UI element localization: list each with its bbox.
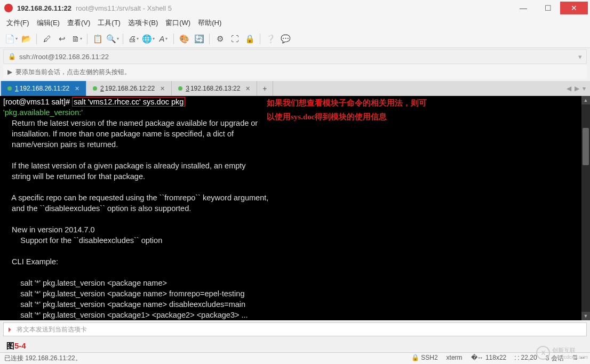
tab-1[interactable]: 1 192.168.26.11:22 ✕ bbox=[1, 81, 86, 96]
lock-icon[interactable]: 🔒 bbox=[243, 32, 257, 46]
status-size: �↔ 118x22 bbox=[471, 354, 507, 363]
hint-bar: ▶ 要添加当前会话，点击左侧的箭头按钮。 bbox=[3, 65, 587, 79]
hint-arrow-icon[interactable]: ▶ bbox=[7, 68, 12, 76]
reconnect-icon[interactable]: 🖊 bbox=[40, 32, 54, 46]
watermark-icon: X bbox=[536, 346, 550, 360]
menu-bar: 文件(F) 编辑(E) 查看(V) 工具(T) 选项卡(B) 窗口(W) 帮助(… bbox=[0, 16, 590, 30]
tab-2[interactable]: 2 192.168.26.12:22 ✕ bbox=[86, 81, 172, 96]
separator bbox=[209, 34, 210, 44]
scroll-thumb[interactable] bbox=[583, 128, 589, 165]
menu-window[interactable]: 窗口(W) bbox=[165, 18, 190, 28]
tab-add-button[interactable]: + bbox=[257, 81, 273, 96]
status-pos: ⸬ 22,20 bbox=[515, 354, 537, 363]
status-ssh: 🔒 SSH2 bbox=[411, 354, 438, 363]
annotation-line1: 如果我们想查看模块子命令的相关用法，则可 bbox=[267, 98, 427, 108]
tab-close-icon[interactable]: ✕ bbox=[75, 85, 79, 92]
transfer-icon[interactable]: 🌐▾ bbox=[141, 32, 155, 46]
disconnect-icon[interactable]: ↩ bbox=[55, 32, 69, 46]
menu-file[interactable]: 文件(F) bbox=[6, 18, 29, 28]
app-icon bbox=[4, 4, 13, 12]
watermark-text1: 创新互联 bbox=[552, 346, 588, 354]
menu-tab[interactable]: 选项卡(B) bbox=[128, 18, 158, 28]
status-dot-icon bbox=[178, 86, 182, 91]
address-bar[interactable]: 🔒 ssh://root@192.168.26.11:22 ▾ bbox=[3, 49, 587, 64]
dialog-icon[interactable]: 💬 bbox=[278, 32, 292, 46]
menu-view[interactable]: 查看(V) bbox=[67, 18, 90, 28]
menu-help[interactable]: 帮助(H) bbox=[198, 18, 221, 28]
refresh-icon[interactable]: 🔄 bbox=[192, 32, 206, 46]
paste-icon[interactable]: 🔍▾ bbox=[106, 32, 119, 46]
print-icon[interactable]: 🖨▾ bbox=[126, 32, 140, 46]
color-icon[interactable]: 🎨 bbox=[177, 32, 191, 46]
annotation-line2: 以使用sys.doc得到模块的使用信息 bbox=[267, 112, 387, 122]
watermark-text2: www.cdcxhl.com bbox=[552, 354, 588, 360]
separator bbox=[173, 34, 174, 44]
separator bbox=[36, 34, 37, 44]
tab-num: 3 bbox=[186, 85, 189, 92]
open-icon[interactable]: 📂 bbox=[19, 32, 33, 46]
title-bar: 192.168.26.11:22 root@vms11:/srv/salt - … bbox=[0, 0, 590, 16]
toolbar: 📄▾ 📂 🖊 ↩ 🗎▾ 📋 🔍▾ 🖨▾ 🌐▾ A▾ 🎨 🔄 ⚙ ⛶ 🔒 ❔ 💬 bbox=[0, 30, 590, 48]
lock-icon: 🔒 bbox=[8, 53, 16, 60]
tab-label: 192.168.26.12:22 bbox=[105, 85, 155, 92]
address-url: ssh://root@192.168.26.11:22 bbox=[19, 53, 109, 61]
font-icon[interactable]: A▾ bbox=[156, 32, 170, 46]
status-dot-icon bbox=[7, 86, 12, 91]
separator bbox=[260, 34, 260, 44]
copy-icon[interactable]: 📋 bbox=[91, 32, 105, 46]
tab-3[interactable]: 3 192.168.26.13:22 ✕ bbox=[172, 81, 257, 96]
menu-tools[interactable]: 工具(T) bbox=[98, 18, 121, 28]
fig-num: 5-4 bbox=[14, 341, 26, 350]
menu-edit[interactable]: 编辑(E) bbox=[37, 18, 60, 28]
close-button[interactable]: ✕ bbox=[560, 2, 588, 14]
fig-prefix: 图 bbox=[6, 341, 14, 350]
separator bbox=[123, 34, 123, 44]
status-connection: 已连接 192.168.26.11:22。 bbox=[4, 354, 82, 363]
fullscreen-icon[interactable]: ⛶ bbox=[228, 32, 242, 46]
tab-label: 192.168.26.13:22 bbox=[190, 85, 240, 92]
tab-num: 2 bbox=[100, 85, 104, 92]
tab-nav: ◀ ▶ ▾ bbox=[562, 81, 590, 96]
scroll-down-icon[interactable]: ▼ bbox=[581, 312, 590, 320]
send-text-input[interactable]: ⏵ 将文本发送到当前选项卡 bbox=[3, 322, 587, 336]
scroll-up-icon[interactable]: ▲ bbox=[581, 96, 590, 104]
status-term: xterm bbox=[447, 354, 463, 363]
terminal-body: Return the latest version of the named p… bbox=[3, 119, 268, 319]
hint-text: 要添加当前会话，点击左侧的箭头按钮。 bbox=[15, 68, 131, 77]
terminal-command: salt 'vms12.rhce.cc' sys.doc pkg bbox=[72, 97, 185, 107]
tab-next-icon[interactable]: ▶ bbox=[575, 85, 579, 92]
new-session-icon[interactable]: 📄▾ bbox=[4, 32, 18, 46]
help-icon[interactable]: ❔ bbox=[264, 32, 277, 46]
window-controls: — ☐ ✕ bbox=[511, 2, 588, 14]
title-sub: root@vms11:/srv/salt - Xshell 5 bbox=[76, 4, 172, 12]
terminal-header: 'pkg.available_version:' bbox=[3, 108, 83, 117]
terminal-prompt: [root@vms11 salt]# bbox=[3, 98, 72, 106]
status-bar: 已连接 192.168.26.11:22。 🔒 SSH2 xterm �↔ 11… bbox=[0, 352, 590, 364]
separator bbox=[87, 34, 87, 44]
tab-close-icon[interactable]: ✕ bbox=[160, 85, 165, 92]
tab-strip: 1 192.168.26.11:22 ✕ 2 192.168.26.12:22 … bbox=[0, 81, 590, 96]
maximize-button[interactable]: ☐ bbox=[536, 2, 560, 14]
send-placeholder: 将文本发送到当前选项卡 bbox=[17, 325, 87, 334]
send-icon: ⏵ bbox=[7, 326, 13, 333]
tab-close-icon[interactable]: ✕ bbox=[245, 85, 250, 92]
status-dot-icon bbox=[93, 86, 97, 91]
settings-icon[interactable]: ⚙ bbox=[213, 32, 227, 46]
address-dropdown-icon[interactable]: ▾ bbox=[578, 53, 582, 61]
tab-num: 1 bbox=[15, 85, 19, 92]
terminal-view[interactable]: [root@vms11 salt]# salt 'vms12.rhce.cc' … bbox=[0, 96, 590, 320]
figure-label: 图5-4 bbox=[6, 341, 26, 351]
tab-prev-icon[interactable]: ◀ bbox=[567, 85, 571, 92]
watermark: X 创新互联 www.cdcxhl.com bbox=[536, 346, 588, 360]
tab-label: 192.168.26.11:22 bbox=[20, 85, 69, 92]
title-ip: 192.168.26.11:22 bbox=[17, 4, 71, 12]
properties-icon[interactable]: 🗎▾ bbox=[70, 32, 84, 46]
terminal-scrollbar[interactable]: ▲ ▼ bbox=[581, 96, 590, 320]
minimize-button[interactable]: — bbox=[511, 2, 536, 14]
tab-menu-icon[interactable]: ▾ bbox=[583, 85, 586, 92]
